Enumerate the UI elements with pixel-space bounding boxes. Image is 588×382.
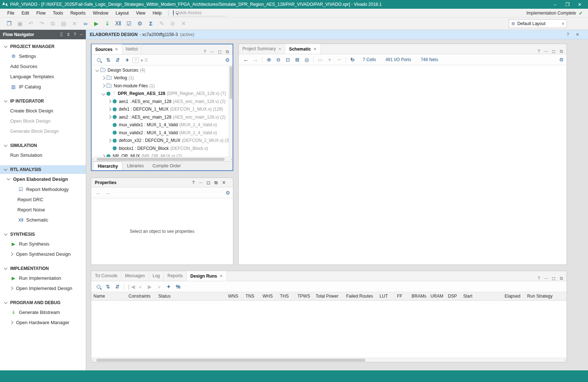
nav-item-run-implementation[interactable]: ▶Run Implementation xyxy=(0,273,86,283)
minimize-panel-icon[interactable]: ─ xyxy=(544,276,548,281)
collapse-all-icon[interactable]: Ξ xyxy=(60,32,63,37)
column-header-constraints[interactable]: Constraints xyxy=(126,292,156,300)
maximize-button[interactable]: ❐ xyxy=(561,2,573,7)
generate-bitstream-icon[interactable]: ⇓ xyxy=(102,19,113,28)
column-header-lut[interactable]: LUT xyxy=(377,292,395,300)
nav-item-run-simulation[interactable]: Run Simulation xyxy=(0,150,86,160)
column-header-run-strategy[interactable]: Run Strategy xyxy=(525,292,567,300)
settings-gear-icon[interactable]: ⚙ xyxy=(225,57,230,63)
settings-gear-icon[interactable]: ⚙ xyxy=(134,19,145,28)
column-header-total-power[interactable]: Total Power xyxy=(313,292,344,300)
report-checklist-icon[interactable]: ☑ xyxy=(124,19,134,28)
menu-view[interactable]: View xyxy=(132,10,149,16)
collapse-all-icon[interactable]: ⇅ xyxy=(104,56,113,64)
expand-all-icon[interactable]: ⇵ xyxy=(113,283,122,291)
close-tab-icon[interactable]: ✕ xyxy=(313,47,316,51)
add-sources-icon[interactable]: + xyxy=(123,56,132,64)
zoom-out-icon[interactable]: ⊖ xyxy=(274,56,283,64)
column-header-tns[interactable]: TNS xyxy=(243,292,260,300)
menu-flow[interactable]: Flow xyxy=(33,10,49,16)
tab-tcl-console[interactable]: Tcl Console xyxy=(91,271,121,281)
nav-item-open-hardware-manager[interactable]: Open Hardware Manager xyxy=(0,317,86,327)
tab-log[interactable]: Log xyxy=(149,271,164,281)
first-icon[interactable]: ❘◀ xyxy=(126,283,135,291)
scroll-right-icon[interactable]: › xyxy=(231,157,232,162)
expand-all-icon[interactable]: ⇕ xyxy=(67,32,70,37)
tree-item-defx1[interactable]: defx1 : DEFCON_1_MUX(DEFCON_1_MUX.v) (12… xyxy=(92,106,233,114)
regenerate-icon[interactable]: ↻ xyxy=(348,56,357,64)
tab-reports[interactable]: Reports xyxy=(164,271,187,281)
menu-tools[interactable]: Tools xyxy=(49,10,67,16)
schematic-canvas[interactable] xyxy=(239,65,567,264)
tab-hierarchy[interactable]: Hierarchy xyxy=(93,162,122,170)
scroll-right-icon[interactable]: › xyxy=(565,358,566,362)
back-icon[interactable]: ← xyxy=(94,189,103,197)
maximize-panel-icon[interactable]: ◻ xyxy=(552,276,555,281)
maximize-panel-icon[interactable]: ◻ xyxy=(218,49,221,54)
nets-count-link[interactable]: 748 Nets xyxy=(420,57,438,62)
nav-item-generate-bitstream[interactable]: ⇓Generate Bitstream xyxy=(0,307,86,317)
close-tab-icon[interactable]: ✕ xyxy=(220,274,222,278)
minimize-panel-icon[interactable]: ─ xyxy=(80,32,83,37)
zoom-selection-icon[interactable]: ⊠ xyxy=(293,56,302,64)
help-icon[interactable]: ? xyxy=(204,49,206,54)
find-icon[interactable]: ∞ xyxy=(80,19,91,28)
float-panel-icon[interactable]: ⧉ xyxy=(560,276,563,281)
help-icon[interactable]: ? xyxy=(537,276,540,281)
nav-section-implementation[interactable]: IMPLEMENTATION xyxy=(0,264,86,273)
tree-item-dpr_region_aes_128[interactable]: DPR_Region_AES_128(DPR_Region_AES_128.v)… xyxy=(92,90,233,98)
tab-sources[interactable]: Sources✕ xyxy=(92,44,122,54)
percent-progress-icon[interactable]: % xyxy=(174,283,182,291)
float-panel-icon[interactable]: ⧉ xyxy=(560,49,563,54)
expander-down-icon[interactable] xyxy=(94,69,100,71)
column-header-name[interactable]: Name xyxy=(91,292,126,300)
undo-icon[interactable]: ↶ xyxy=(25,19,36,28)
search-icon[interactable] xyxy=(94,283,103,291)
tree-item-mux_validx1[interactable]: mux_validx1 : MUX_1_4_Valid(MUX_1_4_Vali… xyxy=(92,121,233,129)
minimize-panel-icon[interactable]: ─ xyxy=(544,49,548,54)
nav-item-create-block-design[interactable]: Create Block Design xyxy=(0,106,86,116)
nav-item-report-noise[interactable]: Report Noise xyxy=(0,204,86,215)
column-header-status[interactable]: Status xyxy=(156,292,226,300)
create-run-icon[interactable]: + xyxy=(164,283,173,291)
play-run-icon[interactable]: ▶ xyxy=(145,283,154,291)
add-cell-icon[interactable]: ▭ xyxy=(316,56,325,64)
tree-item-verilog[interactable]: Verilog(1) xyxy=(92,74,233,82)
expand-all-icon[interactable]: ⇵ xyxy=(113,56,122,64)
help-icon[interactable]: ? xyxy=(537,49,540,54)
column-header-dsp[interactable]: DSP xyxy=(446,292,461,300)
tab-compile-order[interactable]: Compile Order xyxy=(148,162,185,170)
delete-icon[interactable]: ✕ xyxy=(69,19,80,28)
help-icon[interactable]: ? xyxy=(567,32,569,37)
layout-selector[interactable]: ▦ Default Layout ∨ xyxy=(509,19,567,28)
column-header-start[interactable]: Start xyxy=(461,292,502,300)
menu-help[interactable]: Help xyxy=(149,10,165,16)
column-header-elapsed[interactable]: Elapsed xyxy=(502,292,525,300)
close-tab-icon[interactable]: ✕ xyxy=(278,47,281,51)
autofit-selection-icon[interactable]: ◎ xyxy=(302,56,311,64)
column-header-uram[interactable]: URAM xyxy=(428,292,446,300)
tree-item-non-module[interactable]: Non-module Files(1) xyxy=(92,82,233,90)
io-ports-count-link[interactable]: 491 I/O Ports xyxy=(386,57,411,62)
column-header-ths[interactable]: THS xyxy=(278,292,295,300)
close-panel-icon[interactable]: ✕ xyxy=(222,180,226,185)
forward-icon[interactable]: → xyxy=(251,56,260,64)
tree-item-aes2[interactable]: aes2 : AES_enc_main_128(AES_enc_main_128… xyxy=(92,113,233,121)
back-icon[interactable]: ← xyxy=(242,56,250,64)
save-icon[interactable]: ▣ xyxy=(15,19,25,28)
nav-item-schematic[interactable]: ⅫSchematic xyxy=(0,215,86,225)
column-header-ff[interactable]: FF xyxy=(395,292,409,300)
scroll-left-icon[interactable]: ‹ xyxy=(92,157,93,162)
close-button[interactable]: ✕ xyxy=(573,2,586,7)
menu-window[interactable]: Window xyxy=(89,10,112,16)
tab-messages[interactable]: Messages xyxy=(121,271,149,281)
cells-count-link[interactable]: 7 Cells xyxy=(363,57,376,62)
tab-schematic[interactable]: Schematic✕ xyxy=(285,44,320,54)
tree-item-nr_or_mux[interactable]: NR_OR_MUX(NR_OR_MUX.v) (2) xyxy=(92,152,233,157)
help-icon[interactable]: ? xyxy=(74,32,76,37)
schematic-viewer-icon[interactable]: Ⅻ xyxy=(113,19,124,28)
search-icon[interactable] xyxy=(94,56,103,64)
cancel-icon[interactable]: ✕ xyxy=(178,19,189,28)
expander-right-icon[interactable] xyxy=(101,77,106,79)
settings-gear-icon[interactable]: ⚙ xyxy=(559,57,564,63)
